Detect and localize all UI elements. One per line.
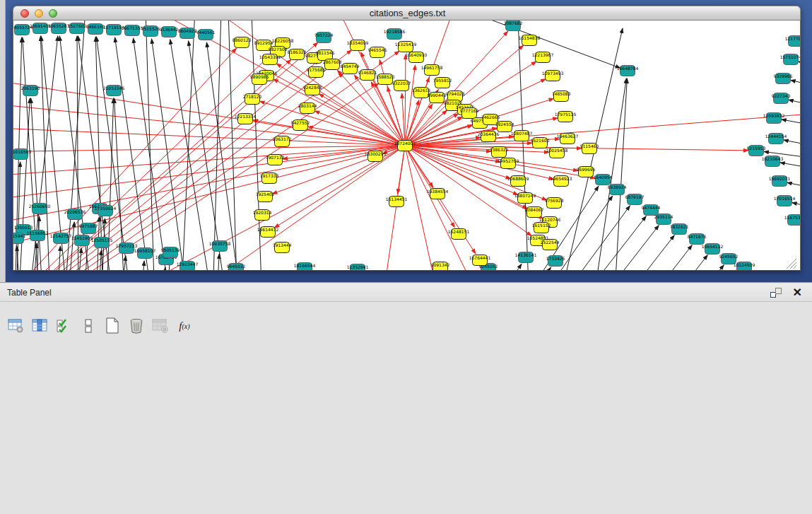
graph-node[interactable]: 9699695	[577, 167, 596, 177]
graph-node[interactable]: 12093832	[763, 113, 785, 124]
graph-node[interactable]: 9756928	[545, 198, 564, 209]
split-view-icon[interactable]	[79, 317, 98, 335]
graph-node[interactable]: 8604923	[178, 28, 197, 39]
graph-node[interactable]: 9975887	[79, 223, 98, 234]
graph-node[interactable]: 7955812	[433, 78, 452, 88]
graph-node[interactable]: 2087682	[504, 21, 523, 31]
graph-node[interactable]: 2063172	[273, 136, 292, 147]
graph-node[interactable]: 10930758	[209, 241, 231, 252]
graph-node[interactable]: 8938924	[608, 185, 627, 195]
graph-node[interactable]: 6879197	[625, 194, 645, 205]
citation-network-graph[interactable]: 1872400724055724206914061065528715276026…	[13, 21, 801, 271]
graph-node[interactable]: 2718120	[243, 94, 262, 105]
graph-node[interactable]: 16648784	[617, 66, 639, 76]
graph-node[interactable]: 9242848	[303, 85, 322, 95]
graph-node[interactable]: 7957224	[314, 33, 334, 43]
graph-node[interactable]: 18807249	[514, 193, 536, 204]
graph-node[interactable]: 1615152	[532, 223, 551, 233]
graph-node[interactable]: 9777169	[460, 108, 479, 119]
graph-node[interactable]: 8186328	[288, 49, 307, 60]
graph-node[interactable]: 15614472	[257, 227, 279, 238]
graph-node[interactable]: 8427552	[291, 120, 310, 131]
graph-node[interactable]: 11156862	[27, 230, 49, 241]
window-title-bar[interactable]: citations_edges.txt	[13, 6, 801, 21]
graph-node[interactable]: 7907133	[266, 155, 285, 165]
graph-node[interactable]: 9115460	[580, 144, 599, 154]
column-edit-icon[interactable]	[31, 317, 49, 335]
graph-node[interactable]: 15692071	[769, 176, 791, 187]
graph-node[interactable]: 9465546	[368, 47, 387, 58]
graph-node[interactable]: 12444154	[765, 134, 787, 144]
graph-node[interactable]: 9505139	[161, 247, 180, 258]
float-panel-icon[interactable]	[770, 288, 782, 298]
graph-node[interactable]: 19654923	[551, 176, 572, 187]
graph-node[interactable]: 9091342	[431, 262, 450, 271]
graph-node[interactable]: 1527602	[68, 23, 87, 34]
graph-node[interactable]: 2063190	[21, 86, 40, 96]
graph-node[interactable]: 15134451	[386, 197, 408, 207]
graph-node[interactable]: 15248151	[448, 229, 470, 240]
graph-node[interactable]: 10025458	[546, 148, 568, 158]
graph-node[interactable]: 9322037	[392, 81, 411, 91]
graph-node[interactable]: 11352941	[347, 264, 369, 271]
graph-node[interactable]: 14961758	[421, 65, 443, 76]
graph-node[interactable]: 10224509	[734, 262, 755, 271]
graph-node[interactable]: 19218586	[384, 29, 406, 40]
close-panel-icon[interactable]: ✕	[793, 288, 802, 298]
graph-node[interactable]: 7515526	[141, 26, 160, 37]
graph-node[interactable]: 12213334	[235, 114, 257, 124]
graph-node[interactable]: 7485083	[552, 91, 571, 102]
graph-node[interactable]: 18166544	[294, 263, 316, 271]
graph-node[interactable]: 16154838	[519, 35, 541, 46]
zoom-window-button[interactable]	[49, 9, 57, 18]
graph-node[interactable]: 9136442	[160, 27, 179, 37]
graph-node[interactable]: 17359924	[95, 206, 117, 216]
graph-node[interactable]: 11451909	[71, 235, 93, 246]
graph-node[interactable]: 1733426	[546, 256, 565, 267]
graph-node[interactable]: 11675338	[784, 215, 801, 226]
graph-node[interactable]: 7440561	[196, 30, 216, 40]
graph-node[interactable]: 19463627	[557, 134, 579, 144]
graph-node[interactable]: 8471676	[688, 234, 707, 245]
graph-node[interactable]: 7913444	[273, 243, 292, 253]
graph-node[interactable]: 9890986	[250, 74, 269, 85]
minimize-window-button[interactable]	[35, 9, 43, 18]
graph-node[interactable]: 20206536	[64, 209, 86, 220]
graph-node[interactable]: 12177064	[785, 36, 801, 47]
network-canvas[interactable]: 1872400724055724206914061065528715276026…	[13, 21, 801, 271]
graph-node[interactable]: 2084067	[525, 207, 544, 218]
graph-node[interactable]: 10688609	[507, 176, 529, 187]
graph-node[interactable]: 2803144	[298, 103, 317, 114]
graph-node[interactable]: 7925402	[256, 192, 275, 202]
graph-node[interactable]: 15751074	[780, 54, 801, 65]
graph-node[interactable]: 11325419	[395, 42, 417, 52]
graph-node[interactable]: 9645032	[227, 264, 246, 271]
graph-node[interactable]: 17016514	[774, 196, 796, 206]
graph-node[interactable]: 2935114	[654, 214, 673, 225]
close-window-button[interactable]	[20, 9, 29, 18]
graph-node[interactable]: 17975115	[555, 112, 577, 122]
graph-node[interactable]: 20364436	[478, 132, 500, 142]
graph-node[interactable]: 10655287	[48, 23, 70, 34]
graph-node[interactable]: 8860123	[233, 37, 252, 48]
row-check-icon[interactable]	[55, 317, 73, 335]
graph-node[interactable]: 7832621	[670, 224, 689, 235]
table-settings-icon[interactable]	[7, 317, 25, 335]
graph-node[interactable]: 16210643	[762, 156, 784, 167]
graph-node[interactable]: 7386322	[490, 147, 509, 158]
graph-node[interactable]: 10654112	[702, 244, 724, 255]
graph-node[interactable]: 2522544	[541, 240, 560, 250]
graph-node[interactable]: 16958107	[134, 248, 156, 259]
graph-node[interactable]: 11016563	[13, 149, 31, 160]
graph-node[interactable]: 2867608	[323, 59, 342, 70]
graph-node[interactable]: 1917333	[260, 173, 279, 184]
graph-node[interactable]: 9146821	[358, 70, 377, 81]
graph-node[interactable]: 18354099	[347, 40, 369, 51]
graph-node[interactable]: 8454749	[341, 64, 360, 74]
graph-node[interactable]: 14136141	[515, 252, 537, 263]
graph-node[interactable]: 9175685	[307, 67, 326, 78]
graph-node[interactable]: 12923447	[177, 262, 199, 271]
canvas-resize-grip[interactable]	[787, 259, 796, 269]
graph-node[interactable]: 1640954	[594, 175, 613, 185]
graph-node[interactable]: 9227343	[772, 93, 791, 104]
